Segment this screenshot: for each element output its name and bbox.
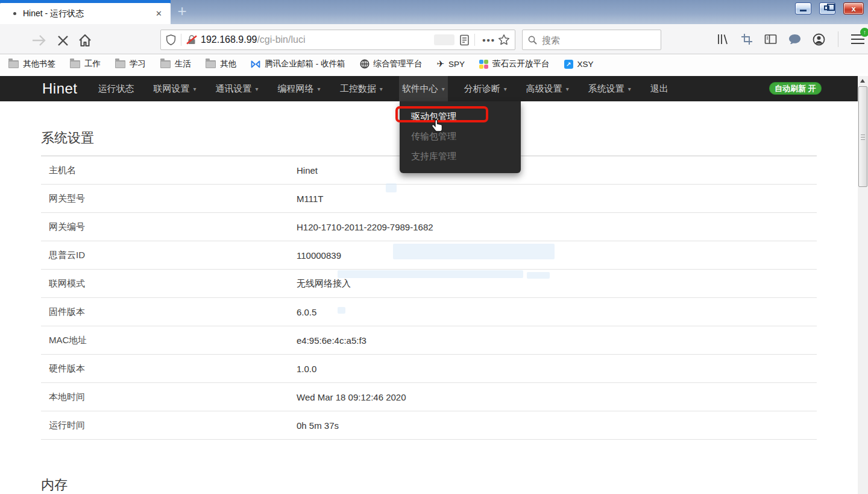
system-info-table: 主机名Hinet 网关型号M111T 网关编号H120-1710-2011-22… bbox=[41, 156, 817, 440]
url-host: 192.168.9.99 bbox=[201, 34, 257, 45]
page-scrollbar[interactable] bbox=[858, 76, 868, 494]
plane-icon: ✈ bbox=[437, 59, 445, 69]
scrollbar-up-arrow[interactable] bbox=[858, 76, 868, 86]
urlbar-hint-blob bbox=[434, 34, 454, 45]
nav-item-running-status[interactable]: 运行状态 bbox=[95, 76, 137, 101]
chevron-down-icon: ▾ bbox=[442, 86, 445, 92]
tracking-protection-shield-icon[interactable] bbox=[166, 34, 176, 46]
folder-icon bbox=[160, 60, 171, 68]
bookmark-folder-study[interactable]: 学习 bbox=[115, 59, 146, 69]
account-icon[interactable] bbox=[813, 33, 825, 46]
feedback-bubble-icon[interactable] bbox=[788, 34, 801, 45]
menu-button[interactable]: ↑ bbox=[851, 33, 866, 45]
nav-item-software-center[interactable]: 软件中心▾ bbox=[399, 76, 448, 101]
folder-icon bbox=[115, 60, 125, 68]
tab-close-icon[interactable]: ✕ bbox=[156, 9, 162, 18]
scrollbar-thumb[interactable] bbox=[858, 86, 867, 187]
nav-item-advanced-settings[interactable]: 高级设置▾ bbox=[523, 76, 572, 101]
table-row: 运行时间0h 5m 37s bbox=[41, 411, 817, 440]
globe-icon bbox=[360, 59, 370, 69]
render-artifact bbox=[338, 307, 345, 314]
chevron-down-icon: ▾ bbox=[193, 86, 197, 92]
chevron-down-icon: ▾ bbox=[504, 86, 507, 92]
table-row: 网关编号H120-1710-2011-2209-7989-1682 bbox=[41, 213, 817, 241]
render-artifact bbox=[338, 270, 523, 278]
bookmark-tencent-exmail[interactable]: 腾讯企业邮箱 - 收件箱 bbox=[251, 59, 345, 69]
mouse-cursor-icon bbox=[430, 119, 445, 137]
site-logo: Hinet bbox=[42, 80, 78, 97]
window-controls: x bbox=[795, 2, 864, 14]
reader-view-icon[interactable] bbox=[459, 34, 470, 46]
menu-item-transfer-package-mgmt[interactable]: 传输包管理 bbox=[400, 126, 521, 146]
nav-item-analysis-diagnosis[interactable]: 分析诊断▾ bbox=[461, 76, 510, 101]
search-icon bbox=[527, 35, 538, 45]
bookmark-ezviz[interactable]: 萤石云开放平台 bbox=[479, 59, 550, 69]
folder-icon bbox=[70, 60, 80, 68]
new-tab-button[interactable]: + bbox=[172, 1, 192, 22]
chevron-down-icon: ▾ bbox=[318, 86, 321, 92]
table-row: MAC地址e4:95:6e:4c:a5:f3 bbox=[41, 326, 817, 355]
stop-button[interactable] bbox=[57, 34, 69, 49]
tab-favicon-dot bbox=[13, 12, 16, 15]
close-icon: x bbox=[844, 3, 863, 14]
xsy-arrow-icon: ↗ bbox=[564, 60, 573, 69]
sidebars-icon[interactable] bbox=[764, 34, 777, 45]
restore-button[interactable] bbox=[819, 2, 835, 14]
search-input[interactable] bbox=[542, 35, 644, 45]
bookmark-xsy[interactable]: ↗ XSY bbox=[564, 60, 594, 69]
minimize-button[interactable] bbox=[795, 2, 811, 14]
library-icon[interactable] bbox=[716, 33, 729, 45]
nav-item-comm-settings[interactable]: 通讯设置▾ bbox=[213, 76, 262, 101]
table-row: 本地时间Wed Mar 18 09:12:46 2020 bbox=[41, 383, 817, 411]
ezviz-dots-icon bbox=[479, 60, 488, 69]
tab-title: Hinet - 运行状态 bbox=[23, 8, 156, 19]
render-artifact bbox=[386, 183, 397, 192]
update-badge-icon: ↑ bbox=[860, 28, 868, 37]
screen: Hinet - 运行状态 ✕ + x 192.168.9.99/cgi-bin/… bbox=[0, 0, 868, 494]
table-row: 网关型号M111T bbox=[41, 185, 817, 213]
forward-button[interactable] bbox=[31, 34, 47, 49]
close-button[interactable]: x bbox=[843, 2, 864, 14]
bookmark-folder-misc[interactable]: 其他 bbox=[206, 59, 236, 69]
screenshot-crop-icon[interactable] bbox=[741, 33, 753, 45]
restore-icon bbox=[824, 5, 829, 10]
nav-item-programming-network[interactable]: 编程网络▾ bbox=[275, 76, 324, 101]
minimize-icon bbox=[800, 10, 807, 11]
menu-item-support-library-mgmt[interactable]: 支持库管理 bbox=[400, 146, 521, 166]
bookmarks-bar: 其他书签 工作 学习 生活 其他 腾讯企业邮箱 - 收件箱 综合管理平台 ✈ S… bbox=[0, 54, 868, 74]
insecure-lock-icon[interactable] bbox=[186, 34, 197, 45]
search-box[interactable] bbox=[522, 30, 661, 50]
bookmark-star-icon[interactable] bbox=[498, 34, 510, 46]
table-row: 固件版本6.0.5 bbox=[41, 298, 817, 326]
toolbar-separator bbox=[838, 31, 838, 47]
auto-refresh-toggle[interactable]: 自动刷新 开 bbox=[769, 82, 822, 95]
stop-x-icon bbox=[57, 34, 69, 47]
nav-item-industrial-data[interactable]: 工控数据▾ bbox=[337, 76, 386, 101]
bookmark-mgmt-platform[interactable]: 综合管理平台 bbox=[360, 59, 423, 69]
url-path: /cgi-bin/luci bbox=[257, 34, 305, 45]
chevron-down-icon: ▾ bbox=[380, 86, 383, 92]
tencent-exmail-icon bbox=[251, 60, 260, 69]
tab-bar: Hinet - 运行状态 ✕ + x bbox=[0, 0, 868, 24]
toolbar-right-icons: ↑ bbox=[716, 24, 866, 54]
table-row: 硬件版本1.0.0 bbox=[41, 355, 817, 383]
browser-tab[interactable]: Hinet - 运行状态 ✕ bbox=[0, 3, 171, 24]
render-artifact bbox=[527, 272, 550, 279]
nav-item-logout[interactable]: 退出 bbox=[647, 76, 671, 101]
render-artifact bbox=[393, 244, 555, 259]
url-bar[interactable]: 192.168.9.99/cgi-bin/luci ••• bbox=[160, 30, 515, 50]
chevron-down-icon: ▾ bbox=[628, 86, 631, 92]
urlbar-divider bbox=[474, 34, 475, 46]
home-button[interactable] bbox=[77, 33, 93, 51]
bookmark-folder-life[interactable]: 生活 bbox=[160, 59, 191, 69]
nav-item-system-settings[interactable]: 系统设置▾ bbox=[585, 76, 634, 101]
bookmark-folder-other-bookmarks[interactable]: 其他书签 bbox=[8, 59, 55, 69]
site-navbar: Hinet 运行状态 联网设置▾ 通讯设置▾ 编程网络▾ 工控数据▾ 软件中心▾… bbox=[0, 76, 858, 101]
page-actions-icon[interactable]: ••• bbox=[482, 35, 495, 45]
nav-item-network-settings[interactable]: 联网设置▾ bbox=[151, 76, 200, 101]
chevron-down-icon: ▾ bbox=[566, 86, 569, 92]
bookmark-spy[interactable]: ✈ SPY bbox=[437, 59, 465, 69]
chevron-down-icon: ▾ bbox=[256, 86, 259, 92]
bookmark-folder-work[interactable]: 工作 bbox=[70, 59, 101, 69]
home-icon bbox=[77, 33, 93, 48]
